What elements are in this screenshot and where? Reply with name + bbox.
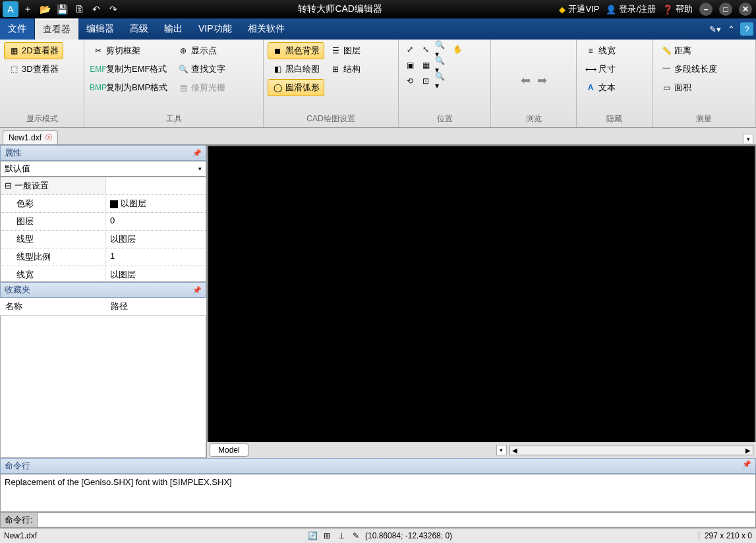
collapse-ribbon-icon[interactable]: ⌃ xyxy=(724,22,738,36)
command-output[interactable]: Replacement of the [Geniso.SHX] font wit… xyxy=(0,474,756,512)
group-hide-label: 隐藏 xyxy=(581,112,648,127)
tab-close-icon[interactable]: ⓧ xyxy=(45,133,52,142)
ribbon-help-icon[interactable]: ? xyxy=(740,22,753,36)
redo-icon[interactable]: ↷ xyxy=(105,1,121,17)
group-pos-label: 位置 xyxy=(403,112,486,127)
fav-body[interactable] xyxy=(0,316,206,458)
status-loop-icon[interactable]: 🔄 xyxy=(307,530,318,541)
pos-icon-5[interactable]: ▣ xyxy=(403,58,417,72)
prop-val[interactable]: 以图层 xyxy=(106,195,206,212)
prop-val[interactable]: 以图层 xyxy=(106,231,206,248)
fav-col-name[interactable]: 名称 xyxy=(0,298,105,315)
menu-viewer[interactable]: 查看器 xyxy=(35,18,78,40)
black-bg-button[interactable]: ◼黑色背景 xyxy=(268,42,324,59)
viewer-3d-button[interactable]: ⬚3D查看器 xyxy=(4,61,63,78)
vip-button[interactable]: ◆开通VIP xyxy=(559,3,599,15)
show-point-button[interactable]: ⊕显示点 xyxy=(173,42,230,59)
pos-icon-7[interactable] xyxy=(450,58,465,72)
cube2d-icon: ▦ xyxy=(9,45,19,56)
scroll-left-icon[interactable]: ◀ xyxy=(510,447,519,454)
pencil-icon[interactable]: ✎▾ xyxy=(709,22,722,36)
smooth-arc-button[interactable]: ◯圆滑弧形 xyxy=(268,79,324,96)
menu-file[interactable]: 文件 xyxy=(0,18,35,40)
zoom-out-icon[interactable]: 🔍▾ xyxy=(434,58,449,72)
hide-linew-button[interactable]: ≡线宽 xyxy=(581,42,620,59)
measure-dist-button[interactable]: 📏距离 xyxy=(656,42,722,59)
layout-dropdown-icon[interactable]: ▾ xyxy=(496,445,507,455)
fav-col-path[interactable]: 路径 xyxy=(105,298,133,315)
pdf-icon[interactable]: 🖺 xyxy=(71,1,87,17)
copy-bmp-button[interactable]: BMP复制为BMP格式 xyxy=(88,79,172,96)
login-button[interactable]: 👤登录/注册 xyxy=(606,3,656,15)
bw-icon: ◧ xyxy=(272,64,283,74)
browse-next-icon[interactable]: ➡ xyxy=(537,72,548,88)
prop-val[interactable]: 以图层 xyxy=(106,266,206,282)
prop-val[interactable]: 1 xyxy=(106,248,206,266)
pos-icon-2[interactable]: ⤡ xyxy=(419,42,433,57)
menu-advanced[interactable]: 高级 xyxy=(122,18,156,40)
new-icon[interactable]: ＋ xyxy=(20,1,36,17)
scroll-right-icon[interactable]: ▶ xyxy=(743,447,753,454)
hide-dim-button[interactable]: ⟷尺寸 xyxy=(581,61,620,78)
model-tab[interactable]: Model xyxy=(210,443,248,457)
linew-icon: ≡ xyxy=(585,45,596,56)
prop-key: 线宽 xyxy=(1,266,106,282)
menu-bar: 文件 查看器 编辑器 高级 输出 VIP功能 相关软件 ✎▾ ⌃ ? xyxy=(0,18,756,40)
menu-output[interactable]: 输出 xyxy=(156,18,190,40)
pos-icon-8[interactable]: ⟲ xyxy=(403,74,417,88)
open-icon[interactable]: 📂 xyxy=(37,1,53,17)
layers-button[interactable]: ☰图层 xyxy=(326,42,365,59)
props-table[interactable]: ⊟ 一般设置 色彩以图层 图层0 线型以图层 线型比例1 线宽以图层 xyxy=(0,177,206,282)
bw-draw-button[interactable]: ◧黑白绘图 xyxy=(268,61,324,78)
browse-prev-icon[interactable]: ⬅ xyxy=(520,72,531,88)
pin-icon[interactable]: 📌 xyxy=(192,286,202,295)
ribbon: ▦2D查看器 ⬚3D查看器 显示模式 ✂剪切框架 EMF复制为EMF格式 BMP… xyxy=(0,40,756,128)
canvas-area: Model ▾ ◀ ▶ xyxy=(207,145,756,458)
status-bar: New1.dxf 🔄 ⊞ ⊥ ✎ (10.86084; -12.43268; 0… xyxy=(0,528,756,542)
pan-icon[interactable]: ✋ xyxy=(450,42,465,57)
command-input[interactable] xyxy=(38,513,755,527)
horizontal-scrollbar[interactable]: ◀ ▶ xyxy=(509,445,753,455)
menu-vip[interactable]: VIP功能 xyxy=(190,18,240,40)
prop-key: 线型 xyxy=(1,231,106,248)
pos-icon-6[interactable]: ▦ xyxy=(419,58,433,72)
pos-icon-1[interactable]: ⤢ xyxy=(403,42,417,57)
save-icon[interactable]: 💾 xyxy=(54,1,70,17)
find-text-button[interactable]: 🔍查找文字 xyxy=(173,61,230,78)
viewer-2d-button[interactable]: ▦2D查看器 xyxy=(4,42,63,59)
status-ortho-icon[interactable]: ⊥ xyxy=(336,530,347,541)
help-icon: ❓ xyxy=(662,5,673,14)
measure-polylen-button[interactable]: 〰多段线长度 xyxy=(656,61,722,78)
pin-icon[interactable]: 📌 xyxy=(742,460,751,472)
struct-button[interactable]: ⊞结构 xyxy=(326,61,365,78)
zoom-fit-icon[interactable]: 🔍▾ xyxy=(434,74,449,88)
props-section[interactable]: ⊟ 一般设置 xyxy=(1,177,106,194)
app-icon[interactable]: A xyxy=(3,1,18,17)
menu-editor[interactable]: 编辑器 xyxy=(78,18,122,40)
clip-frame-button[interactable]: ✂剪切框架 xyxy=(88,42,172,59)
drawing-canvas[interactable] xyxy=(208,146,755,442)
app-title: 转转大师CAD编辑器 xyxy=(121,3,559,15)
tabs-dropdown-icon[interactable]: ▾ xyxy=(743,134,753,144)
hide-text-button[interactable]: A文本 xyxy=(581,79,620,96)
help-button[interactable]: ❓帮助 xyxy=(662,3,693,15)
status-grid-icon[interactable]: ⊞ xyxy=(322,530,332,541)
menu-related[interactable]: 相关软件 xyxy=(240,18,293,40)
pin-icon[interactable]: 📌 xyxy=(192,149,202,157)
copy-emf-button[interactable]: EMF复制为EMF格式 xyxy=(88,61,172,78)
zoom-in-icon[interactable]: 🔍▾ xyxy=(434,42,449,57)
minimize-icon[interactable]: – xyxy=(699,3,712,16)
maximize-icon[interactable]: □ xyxy=(719,3,732,16)
close-icon[interactable]: ✕ xyxy=(739,3,752,16)
text-icon: A xyxy=(585,82,596,93)
command-prompt-label: 命令行: xyxy=(1,513,38,527)
trim-halo-button[interactable]: ▤修剪光栅 xyxy=(173,79,230,96)
undo-icon[interactable]: ↶ xyxy=(88,1,104,17)
status-snap-icon[interactable]: ✎ xyxy=(351,530,361,541)
measure-area-button[interactable]: ▭面积 xyxy=(656,79,722,96)
prop-val[interactable]: 0 xyxy=(106,213,206,230)
document-tab[interactable]: New1.dxf ⓧ xyxy=(3,130,58,144)
props-default-select[interactable]: 默认值▾ xyxy=(0,161,206,177)
prop-key: 线型比例 xyxy=(1,248,106,266)
pos-icon-9[interactable]: ⊡ xyxy=(419,74,433,88)
